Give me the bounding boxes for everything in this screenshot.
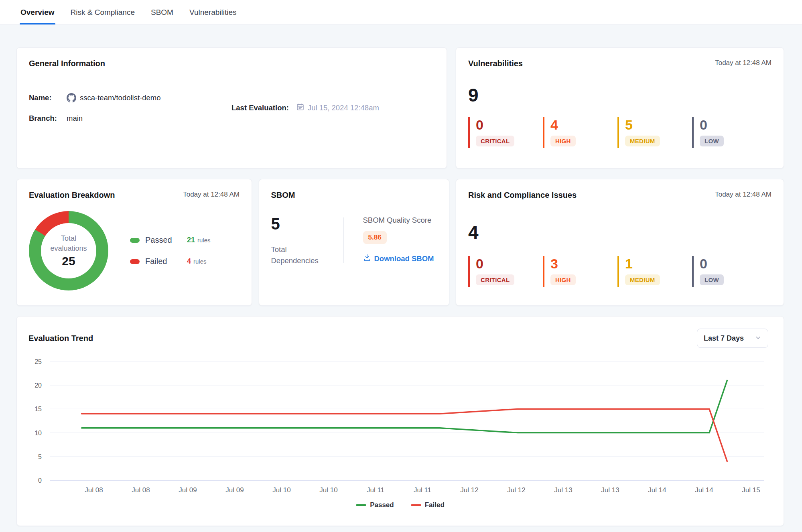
name-label: Name: [29, 93, 62, 102]
donut-center-label: evaluations [50, 244, 87, 253]
donut-legend: Passed 21 rules Failed 4 rules [130, 236, 211, 266]
severity-count: 3 [550, 257, 617, 270]
date-range-dropdown[interactable]: Last 7 Days [697, 329, 768, 348]
passed-legend-label: Passed [370, 501, 394, 509]
passed-swatch-icon [130, 238, 140, 243]
svg-text:Jul 15: Jul 15 [742, 486, 760, 494]
last-evaluation-row: Last Evaluation: Jul 15, 2024 12:48am [231, 93, 379, 123]
repo-name-value: ssca-team/todolist-demo [80, 93, 161, 102]
severity-badge: CRITICAL [476, 136, 514, 146]
svg-text:Jul 14: Jul 14 [648, 486, 666, 494]
vulnerabilities-timestamp: Today at 12:48 AM [715, 59, 772, 67]
severity-badge: CRITICAL [476, 274, 514, 285]
date-range-value: Last 7 Days [704, 334, 744, 343]
svg-text:10: 10 [35, 430, 42, 437]
svg-text:5: 5 [38, 453, 42, 460]
svg-text:Jul 08: Jul 08 [132, 486, 150, 494]
passed-line-swatch-icon [356, 504, 366, 506]
svg-text:Jul 09: Jul 09 [179, 486, 197, 494]
last-evaluation-label: Last Evaluation: [231, 104, 289, 112]
failed-label: Failed [145, 257, 187, 266]
evaluation-breakdown-title: Evaluation Breakdown [29, 191, 115, 200]
download-sbom-link[interactable]: Download SBOM [363, 254, 434, 264]
vulnerabilities-title: Vulnerabilities [468, 59, 523, 68]
severity-badge: LOW [700, 136, 724, 146]
github-icon [67, 93, 76, 103]
severity-item-low: 0 LOW [692, 256, 767, 287]
svg-text:15: 15 [35, 406, 42, 412]
total-dependencies-label: Total Dependencies [271, 244, 323, 266]
svg-text:Jul 14: Jul 14 [695, 486, 713, 494]
vulnerabilities-total: 9 [468, 86, 772, 104]
passed-label: Passed [145, 236, 187, 245]
severity-item-medium: 1 MEDIUM [617, 256, 692, 287]
repo-name-row: Name: ssca-team/todolist-demo [29, 93, 231, 103]
total-dependencies-value: 5 [271, 216, 343, 232]
severity-badge: LOW [700, 274, 724, 285]
trend-legend: Passed Failed [17, 501, 784, 509]
branch-row: Branch: main [29, 114, 231, 123]
svg-text:Jul 13: Jul 13 [601, 486, 619, 494]
svg-text:Jul 10: Jul 10 [319, 486, 337, 494]
legend-row-passed: Passed 21 rules [130, 236, 211, 245]
risk-compliance-total: 4 [468, 223, 772, 242]
tab-bar: Overview Risk & Compliance SBOM Vulnerab… [0, 0, 802, 25]
severity-badge: HIGH [550, 136, 576, 146]
severity-count: 1 [625, 257, 692, 270]
tab-risk-compliance[interactable]: Risk & Compliance [70, 0, 136, 24]
evaluation-trend-card: Evaluation Trend Last 7 Days 0510152025J… [16, 316, 784, 526]
risk-compliance-timestamp: Today at 12:48 AM [715, 191, 772, 199]
evaluation-breakdown-timestamp: Today at 12:48 AM [183, 191, 240, 199]
severity-item-critical: 0 CRITICAL [468, 256, 543, 287]
severity-item-low: 0 LOW [692, 117, 767, 148]
calendar-icon [296, 103, 305, 113]
svg-text:Jul 12: Jul 12 [460, 486, 478, 494]
severity-badge: HIGH [550, 274, 576, 285]
legend-item-passed: Passed [356, 501, 394, 509]
vulnerabilities-card: Vulnerabilities Today at 12:48 AM 9 0 CR… [456, 47, 784, 169]
sbom-card: SBOM 5 Total Dependencies SBOM Quality S… [259, 179, 449, 306]
sbom-title: SBOM [271, 191, 437, 200]
last-evaluation-value: Jul 15, 2024 12:48am [308, 104, 379, 112]
severity-item-high: 3 HIGH [543, 256, 617, 287]
failed-value: 4 [187, 257, 191, 266]
evaluation-breakdown-card: Evaluation Breakdown Today at 12:48 AM T… [16, 179, 252, 306]
legend-row-failed: Failed 4 rules [130, 257, 211, 266]
svg-text:Jul 08: Jul 08 [85, 486, 103, 494]
svg-text:Jul 10: Jul 10 [272, 486, 290, 494]
severity-count: 4 [550, 118, 617, 132]
legend-item-failed: Failed [411, 501, 445, 509]
tab-sbom[interactable]: SBOM [150, 0, 174, 24]
severity-count: 0 [476, 257, 543, 270]
severity-badge: MEDIUM [625, 274, 660, 285]
download-sbom-label: Download SBOM [374, 254, 434, 263]
download-icon [363, 254, 371, 264]
severity-count: 0 [476, 118, 543, 132]
svg-text:Jul 13: Jul 13 [554, 486, 572, 494]
tab-overview[interactable]: Overview [20, 0, 55, 24]
failed-swatch-icon [130, 259, 140, 264]
severity-count: 0 [700, 118, 767, 132]
evaluations-donut-chart: Total evaluations 25 [29, 211, 108, 290]
failed-line-swatch-icon [411, 504, 421, 506]
svg-text:0: 0 [38, 477, 42, 484]
severity-item-medium: 5 MEDIUM [617, 117, 692, 148]
severity-badge: MEDIUM [625, 136, 660, 146]
severity-item-high: 4 HIGH [543, 117, 617, 148]
svg-text:25: 25 [35, 358, 42, 365]
passed-value: 21 [187, 236, 195, 244]
svg-text:Jul 12: Jul 12 [507, 486, 525, 494]
passed-unit: rules [197, 237, 211, 244]
svg-text:Jul 09: Jul 09 [225, 486, 244, 494]
svg-text:Jul 11: Jul 11 [414, 486, 431, 494]
failed-legend-label: Failed [425, 501, 445, 509]
tab-vulnerabilities[interactable]: Vulnerabilities [189, 0, 238, 24]
svg-text:Jul 11: Jul 11 [367, 486, 384, 494]
severity-item-critical: 0 CRITICAL [468, 117, 543, 148]
donut-center-label: Total [61, 234, 76, 243]
donut-total-value: 25 [62, 254, 75, 268]
svg-text:20: 20 [35, 382, 42, 389]
chevron-down-icon [755, 334, 761, 343]
evaluation-trend-title: Evaluation Trend [28, 334, 93, 343]
failed-unit: rules [193, 258, 207, 265]
